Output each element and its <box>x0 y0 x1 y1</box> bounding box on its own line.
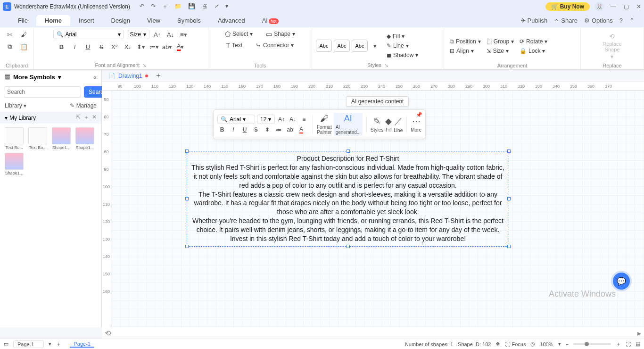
mylib-add-icon[interactable]: ＋ <box>83 114 89 122</box>
float-more[interactable]: ⋯More <box>411 116 421 133</box>
cut-icon[interactable]: ✄ <box>5 29 15 40</box>
zoom-level[interactable]: 100% <box>540 341 553 347</box>
manage-button[interactable]: ✎ Manage <box>70 102 97 109</box>
float-font-select[interactable]: 🔍 Arial▾ <box>217 115 255 124</box>
text-tool[interactable]: TText <box>224 41 245 50</box>
lock-button[interactable]: 🔒 Lock▾ <box>518 47 549 55</box>
copy-icon[interactable]: ⧉ <box>5 42 15 52</box>
buy-now-button[interactable]: 🛒 Buy Now <box>545 2 590 11</box>
open-icon[interactable]: 📁 <box>174 3 182 11</box>
tab-insert[interactable]: Insert <box>70 15 103 26</box>
palette-more-icon[interactable]: ▸ <box>637 329 641 338</box>
collapse-ribbon-icon[interactable]: ⌃ <box>629 17 635 24</box>
align-button[interactable]: ⊟ Align▾ <box>448 47 483 55</box>
float-underline-icon[interactable]: U <box>240 125 249 134</box>
line-spacing-icon[interactable]: ⬍▾ <box>136 42 146 52</box>
align-icon[interactable]: ≡▾ <box>179 29 189 40</box>
selected-text-box[interactable]: Product Description for Red T-Shirt This… <box>187 151 509 247</box>
float-italic-icon[interactable]: I <box>229 125 238 134</box>
tab-design[interactable]: Design <box>103 15 139 26</box>
add-page-icon[interactable]: ＋ <box>155 71 162 81</box>
publish-button[interactable]: ✈ Publish <box>520 17 548 24</box>
italic-icon[interactable]: I <box>70 42 80 52</box>
select-tool[interactable]: ⬠Select▾ <box>223 29 255 39</box>
strike-icon[interactable]: S̶ <box>96 42 107 52</box>
format-painter-icon[interactable]: 🖌 <box>19 29 29 40</box>
print-icon[interactable]: 🖨 <box>202 3 207 11</box>
style-preset-2[interactable]: Abc <box>334 40 350 52</box>
tab-symbols[interactable]: Symbols <box>169 15 209 26</box>
export-icon[interactable]: ↗ <box>214 3 219 11</box>
canvas[interactable]: AI generated content 🔍 Arial▾ 12▾ A↑ A↓ … <box>111 91 644 327</box>
new-icon[interactable]: ＋ <box>162 3 168 11</box>
zoom-slider[interactable] <box>573 343 611 345</box>
bullets-icon[interactable]: ≔▾ <box>149 42 159 52</box>
font-expand-icon[interactable]: ↘ <box>142 62 147 68</box>
grow-font-icon[interactable]: A↑ <box>152 29 163 40</box>
float-fontcolor-icon[interactable]: A <box>297 125 306 134</box>
shape-thumb[interactable]: Text Bo... <box>4 127 25 150</box>
replace-shape-button[interactable]: ⟲ Replace Shape▾ <box>601 32 623 61</box>
style-preset-1[interactable]: Abc <box>316 40 332 52</box>
add-page-button[interactable]: ＋ <box>56 341 61 348</box>
symbol-search-input[interactable] <box>4 86 81 98</box>
fullscreen-icon[interactable]: ⛶ <box>626 341 631 347</box>
size-button[interactable]: ⇲ Size▾ <box>485 47 516 55</box>
float-bold-icon[interactable]: B <box>217 125 227 134</box>
shape-thumb[interactable]: Shape1... <box>74 127 95 150</box>
tab-ai[interactable]: AIhot <box>254 15 287 26</box>
page-dropdown[interactable]: Page-1 <box>13 341 44 348</box>
redo-icon[interactable]: ↷ <box>151 3 156 11</box>
maximize-icon[interactable]: ▢ <box>624 3 629 10</box>
zoom-in-icon[interactable]: ＋ <box>616 341 621 348</box>
float-styles[interactable]: ✎Styles <box>371 116 383 133</box>
superscript-icon[interactable]: X² <box>109 42 120 52</box>
float-grow-font-icon[interactable]: A↑ <box>277 115 286 124</box>
fit-icon[interactable]: ◎ <box>530 341 535 347</box>
style-preset-3[interactable]: Abc <box>352 40 368 52</box>
my-library-label[interactable]: My Library <box>9 115 36 121</box>
float-ai-generated[interactable]: AIAI generated... <box>334 113 363 136</box>
fill-button[interactable]: ◆ Fill▾ <box>385 32 420 41</box>
position-button[interactable]: ⧉ Position▾ <box>448 37 483 46</box>
page-tab[interactable]: Page-1 <box>70 341 94 348</box>
share-button[interactable]: ⚬ Share <box>554 17 578 24</box>
outline-view-icon[interactable]: ▭ <box>4 341 8 347</box>
shadow-button[interactable]: ◼ Shadow▾ <box>385 51 420 59</box>
save-icon[interactable]: 💾 <box>188 3 195 11</box>
zoom-out-icon[interactable]: − <box>566 341 569 347</box>
collapse-panel-icon[interactable]: « <box>93 74 97 81</box>
bold-icon[interactable]: B <box>57 42 67 52</box>
font-size-select[interactable]: Size ▾ <box>127 30 149 39</box>
subscript-icon[interactable]: X₂ <box>123 42 133 52</box>
library-dropdown[interactable]: Library ▾ <box>5 102 26 109</box>
minimize-icon[interactable]: — <box>611 3 616 10</box>
undo-icon[interactable]: ↶ <box>140 3 144 11</box>
more-symbols-header[interactable]: More Symbols <box>13 74 55 81</box>
font-select[interactable]: 🔍 Arial ▾ <box>53 30 124 39</box>
float-line[interactable]: ／Line <box>394 116 403 133</box>
underline-icon[interactable]: U <box>83 42 93 52</box>
float-highlight-icon[interactable]: ab <box>285 125 295 134</box>
line-button[interactable]: ✎ Line▾ <box>385 42 420 50</box>
shape-thumb[interactable]: Text Bo... <box>27 127 48 150</box>
mylib-export-icon[interactable]: ⇱ <box>76 114 81 122</box>
tab-advanced[interactable]: Advanced <box>209 15 254 26</box>
shape-thumb[interactable]: Shape1... <box>51 127 72 150</box>
user-avatar[interactable]: 🐰 <box>594 2 604 11</box>
chat-assistant-icon[interactable]: 💬 <box>613 273 630 290</box>
help-icon[interactable]: ? <box>619 17 623 24</box>
float-pin-icon[interactable]: 📌 <box>416 112 422 118</box>
float-spacing-icon[interactable]: ⬍ <box>263 125 272 134</box>
shrink-font-icon[interactable]: A↓ <box>165 29 176 40</box>
shape-thumb[interactable]: Shape1... <box>4 153 25 175</box>
styles-expand-icon[interactable]: ↘ <box>384 62 388 68</box>
shape-tool[interactable]: ▭Shape▾ <box>264 29 297 39</box>
tab-view[interactable]: View <box>139 15 169 26</box>
paste-icon[interactable]: 📋 <box>19 42 29 52</box>
mylib-close-icon[interactable]: ✕ <box>92 114 97 122</box>
close-icon[interactable]: ✕ <box>636 3 641 10</box>
float-bullets-icon[interactable]: ≔ <box>274 125 283 134</box>
tab-home[interactable]: Home <box>36 15 70 26</box>
layers-icon[interactable]: ❖ <box>495 341 500 347</box>
